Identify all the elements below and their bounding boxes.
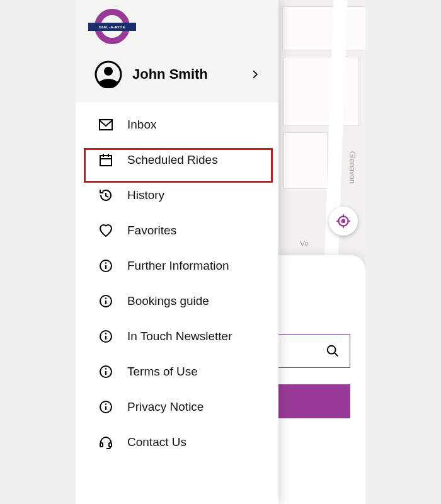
menu-item-inbox[interactable]: Inbox <box>76 107 278 142</box>
info-icon <box>98 364 113 379</box>
menu-item-label: Privacy Notice <box>127 400 203 414</box>
menu-item-label: History <box>127 188 164 202</box>
svg-point-6 <box>328 346 336 354</box>
menu-item-further-information[interactable]: Further Information <box>76 248 278 284</box>
locate-me-button[interactable] <box>329 207 358 236</box>
profile-button[interactable]: John Smith <box>94 60 260 88</box>
menu-item-label: Scheduled Rides <box>127 153 218 167</box>
menu-item-label: Inbox <box>127 118 156 132</box>
svg-rect-31 <box>109 443 112 447</box>
svg-point-25 <box>105 368 107 370</box>
info-icon <box>98 258 113 273</box>
search-icon <box>326 344 340 358</box>
svg-rect-30 <box>100 443 103 447</box>
crosshair-icon <box>335 213 352 229</box>
menu-item-bookings-guide[interactable]: Bookings guide <box>76 284 278 319</box>
map-building <box>282 6 365 50</box>
svg-point-9 <box>104 67 113 76</box>
menu-item-history[interactable]: History <box>76 178 278 213</box>
menu-item-scheduled-rides[interactable]: Scheduled Rides <box>76 142 278 178</box>
menu-item-privacy[interactable]: Privacy Notice <box>76 389 278 425</box>
menu-item-label: Further Information <box>127 259 229 273</box>
heart-icon <box>98 223 113 238</box>
svg-rect-11 <box>100 156 112 166</box>
menu-item-newsletter[interactable]: In Touch Newsletter <box>76 319 278 354</box>
history-icon <box>98 188 113 203</box>
svg-point-0 <box>341 219 346 224</box>
street-label: Ve <box>300 239 309 248</box>
chevron-right-icon <box>251 70 260 79</box>
menu-item-label: Contact Us <box>127 435 186 449</box>
menu-item-terms[interactable]: Terms of Use <box>76 354 278 389</box>
logo-bar: DIAL·A·RIDE <box>88 23 136 31</box>
menu-item-label: Terms of Use <box>127 365 198 379</box>
street-label: Glenavon <box>348 151 357 183</box>
menu-item-label: Favorites <box>127 224 176 238</box>
menu-item-label: Bookings guide <box>127 294 209 308</box>
menu-item-label: In Touch Newsletter <box>127 329 232 343</box>
brand-logo: DIAL·A·RIDE <box>94 9 130 44</box>
avatar-icon <box>94 60 122 88</box>
svg-point-16 <box>105 262 107 264</box>
svg-point-28 <box>105 403 107 405</box>
info-icon <box>98 329 113 344</box>
calendar-icon <box>98 152 113 168</box>
svg-point-22 <box>105 333 107 335</box>
side-drawer: DIAL·A·RIDE John Smith Inbox Scheduled R… <box>76 0 278 504</box>
menu-item-favorites[interactable]: Favorites <box>76 213 278 248</box>
map-building <box>284 57 359 126</box>
logo-text: DIAL·A·RIDE <box>99 25 126 29</box>
info-icon <box>98 294 113 309</box>
svg-line-7 <box>335 353 338 357</box>
username-label: John Smith <box>132 66 241 83</box>
headset-icon <box>98 435 113 450</box>
map-building <box>284 132 328 189</box>
menu-item-contact[interactable]: Contact Us <box>76 425 278 460</box>
drawer-menu: Inbox Scheduled Rides History Favorites … <box>76 102 278 504</box>
app-viewport: Glenavon Ve Jun, 07:50 DIAL·A·RIDE <box>76 0 365 504</box>
mail-icon <box>98 117 113 132</box>
info-icon <box>98 399 113 415</box>
svg-point-19 <box>105 297 107 299</box>
drawer-header: DIAL·A·RIDE John Smith <box>76 0 278 102</box>
